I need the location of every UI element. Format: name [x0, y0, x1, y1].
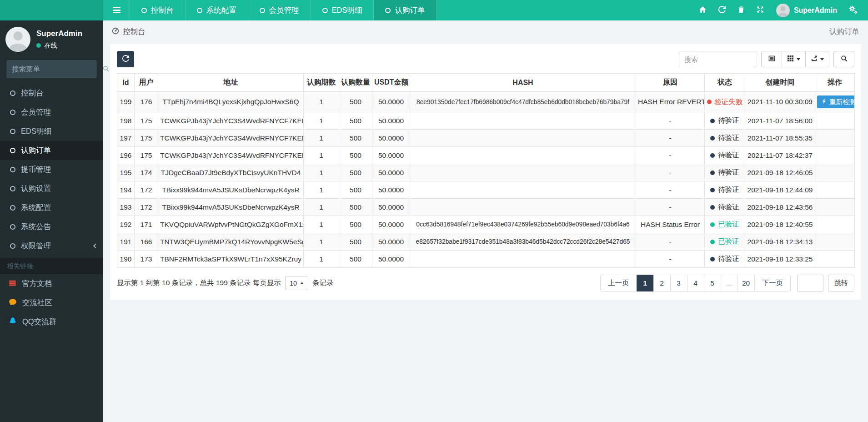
- top-nav-tab[interactable]: 系统配置: [186, 0, 248, 20]
- cell-id: 196: [117, 147, 135, 164]
- refresh-table-button[interactable]: [117, 51, 134, 67]
- cell-usdt-amount: 50.0000: [372, 251, 410, 268]
- sidebar-link-label: 官方文档: [22, 279, 52, 289]
- fullscreen-button[interactable]: [751, 0, 770, 20]
- top-nav-tab[interactable]: EDS明细: [311, 0, 374, 20]
- sidebar-menu-item[interactable]: 会员管理 ‹: [0, 103, 103, 122]
- status-label: 已验证: [718, 220, 739, 229]
- sidebar-menu-item[interactable]: 控制台 ‹: [0, 84, 103, 103]
- related-links-header: 相关链接: [0, 258, 103, 274]
- page-size-select[interactable]: 10: [285, 276, 308, 290]
- recheck-button[interactable]: 重新检测: [817, 95, 855, 108]
- advanced-search-button[interactable]: [833, 51, 854, 67]
- cell-address: TNTW3QEUymBMP7kQ14RYovvNpgKW5eSgJR: [158, 233, 304, 251]
- cell-created-time: 2021-09-18 12:43:56: [745, 199, 815, 216]
- breadcrumb-label: 控制台: [123, 27, 146, 37]
- page-number-button[interactable]: 5: [704, 275, 721, 291]
- cell-address: TBNF2RMTck3aSPTkX9WLrT1n7xX95KZruy: [158, 251, 304, 268]
- cell-period: 1: [304, 112, 339, 130]
- jump-button[interactable]: 跳转: [828, 275, 854, 291]
- page-number-button[interactable]: 4: [687, 275, 704, 291]
- sidebar-menu-item[interactable]: 认购设置 ‹: [0, 179, 103, 198]
- sidebar-item-label: 会员管理: [21, 107, 51, 117]
- sidebar-link-community[interactable]: 交流社区: [0, 293, 103, 312]
- bolt-icon: [821, 98, 827, 106]
- cell-action: [815, 181, 855, 199]
- orders-table: Id用户地址认购期数认购数量USDT金额HASH原因状态创建时间操作 199 1…: [117, 73, 855, 268]
- nav-tab-label: 会员管理: [269, 5, 299, 15]
- cell-reason: -: [636, 199, 705, 216]
- sidebar-menu-item[interactable]: 提币管理 ‹: [0, 160, 103, 179]
- cell-created-time: 2021-09-18 12:44:09: [745, 181, 815, 199]
- sidebar-menu-item[interactable]: 系统配置 ‹: [0, 198, 103, 217]
- cell-usdt-amount: 50.0000: [372, 164, 410, 181]
- column-header: 状态: [705, 74, 745, 92]
- breadcrumb[interactable]: 控制台: [112, 27, 146, 37]
- jump-page-input[interactable]: [797, 275, 823, 291]
- status-badge: 已验证: [710, 237, 739, 246]
- nav-tab-label: EDS明细: [332, 5, 362, 15]
- column-header: 创建时间: [745, 74, 815, 92]
- home-button[interactable]: [693, 0, 712, 20]
- cell-status: 待验证: [705, 147, 745, 164]
- table-panel: Id用户地址认购期数认购数量USDT金额HASH原因状态创建时间操作 199 1…: [110, 44, 861, 300]
- circle-icon: [197, 8, 202, 13]
- sidebar-toggle[interactable]: [103, 0, 130, 20]
- circle-icon: [10, 148, 15, 153]
- menu-search-input[interactable]: [12, 65, 103, 73]
- cell-hash: [410, 251, 636, 268]
- circle-icon: [10, 90, 15, 96]
- table-row: 196 175 TCWKGPJb43jYJchYC3S4WvdRFNYCF7KE…: [117, 147, 855, 164]
- cell-address: TCWKGPJb43jYJchYC3S4WvdRFNYCF7KEMg: [158, 147, 304, 164]
- sidebar-link-docs[interactable]: 官方文档: [0, 274, 103, 293]
- related-links: 官方文档 交流社区 QQ交流群: [0, 274, 103, 332]
- user-menu[interactable]: SuperAdmin: [770, 4, 843, 17]
- column-header: 用户: [135, 74, 158, 92]
- cell-usdt-amount: 50.0000: [372, 112, 410, 130]
- top-nav-tab[interactable]: 认购订单: [374, 0, 437, 20]
- status-dot-icon: [710, 205, 715, 210]
- clear-cache-button[interactable]: [732, 0, 751, 20]
- circle-icon: [141, 8, 147, 13]
- cell-reason: -: [636, 112, 705, 130]
- cell-usdt-amount: 50.0000: [372, 216, 410, 233]
- page-number-button[interactable]: 2: [653, 275, 671, 291]
- cell-status: 待验证: [705, 112, 745, 130]
- cell-hash: [410, 112, 636, 130]
- online-status: 在线: [36, 41, 82, 50]
- sidebar-menu-item[interactable]: EDS明细 ‹: [0, 122, 103, 141]
- cell-created-time: 2021-09-18 12:33:25: [745, 251, 815, 268]
- cell-reason: HASH Status Error: [636, 216, 705, 233]
- recheck-label: 重新检测: [829, 98, 855, 106]
- cell-id: 191: [117, 233, 135, 251]
- sidebar-menu-item[interactable]: 认购订单 ‹: [0, 141, 103, 160]
- next-page-button[interactable]: 下一页: [754, 275, 791, 291]
- page-size-value: 10: [290, 280, 297, 287]
- prev-page-button[interactable]: 上一页: [600, 275, 637, 291]
- sidebar-link-qq-group[interactable]: QQ交流群: [0, 312, 103, 332]
- sidebar-item-label: 提币管理: [21, 165, 51, 175]
- cell-created-time: 2021-11-10 00:30:09: [745, 92, 815, 112]
- sidebar-menu-item[interactable]: 权限管理 ‹: [0, 236, 103, 256]
- columns-button[interactable]: [782, 51, 806, 67]
- sidebar-item-label: 控制台: [21, 88, 44, 98]
- table-row: 192 171 TKVQQpiuVARWpfvvPtNGtQkGZgXGoFmX…: [117, 216, 855, 233]
- page-number-button[interactable]: 1: [637, 275, 654, 291]
- sidebar-user-panel: SuperAdmin 在线: [0, 20, 103, 57]
- cell-quantity: 500: [339, 92, 372, 112]
- table-search-input[interactable]: [679, 51, 757, 67]
- refresh-button-top[interactable]: [712, 0, 732, 20]
- top-nav-tab[interactable]: 控制台: [130, 0, 186, 20]
- cell-status: 验证失败: [705, 92, 745, 112]
- sidebar-menu-item[interactable]: 系统公告 ‹: [0, 217, 103, 236]
- export-button[interactable]: [805, 51, 829, 67]
- settings-button[interactable]: [843, 0, 863, 20]
- toggle-view-button[interactable]: [761, 51, 782, 67]
- nav-tab-label: 控制台: [151, 5, 174, 15]
- top-nav-tab[interactable]: 会员管理: [248, 0, 311, 20]
- cell-quantity: 500: [339, 130, 372, 147]
- page-number-button[interactable]: 3: [670, 275, 687, 291]
- page-number-button[interactable]: 20: [738, 275, 755, 291]
- cell-created-time: 2021-09-18 12:40:55: [745, 216, 815, 233]
- status-badge: 待验证: [710, 254, 739, 264]
